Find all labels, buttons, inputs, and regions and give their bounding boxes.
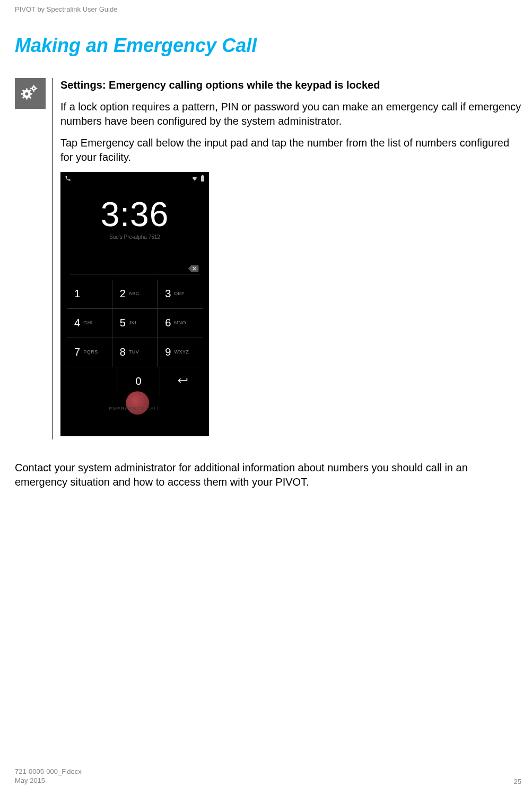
keypad-key-enter[interactable] <box>160 367 203 396</box>
svg-rect-4 <box>21 93 23 95</box>
callout-paragraph-2: Tap Emergency call below the input pad a… <box>60 136 521 165</box>
clock-time: 3:36 <box>60 197 209 231</box>
body-paragraph: Contact your system administrator for ad… <box>15 461 521 489</box>
keypad-key-2[interactable]: 2ABC <box>112 280 158 308</box>
svg-rect-17 <box>202 175 204 176</box>
keypad-key-8[interactable]: 8TUV <box>112 338 158 367</box>
keypad-key-9[interactable]: 9WXYZ <box>158 338 203 367</box>
running-header: PIVOT by Spectralink User Guide <box>15 5 521 13</box>
callout-heading: Settings: Emergency calling options whil… <box>60 78 521 92</box>
footer-filename: 721-0005-000_F.docx <box>15 767 82 776</box>
backspace-icon[interactable] <box>188 262 199 271</box>
callout-paragraph-1: If a lock option requires a pattern, PIN… <box>60 100 521 128</box>
page-number: 25 <box>514 778 521 786</box>
footer-date: May 2015 <box>15 776 82 786</box>
phone-status-bar <box>60 172 209 184</box>
keypad-key-7[interactable]: 7PQRS <box>67 338 112 367</box>
keypad-key-6[interactable]: 6MNO <box>158 309 203 338</box>
phone-screenshot: 3:36 Sue's Pre-alpha 7512 1 2ABC 3DEF <box>60 172 209 436</box>
keypad-key-5[interactable]: 5JKL <box>112 309 158 338</box>
keypad-key-3[interactable]: 3DEF <box>158 280 203 308</box>
page: PIVOT by Spectralink User Guide Making a… <box>0 0 532 794</box>
enter-icon <box>175 374 188 389</box>
battery-icon <box>200 172 205 185</box>
svg-point-11 <box>33 88 34 89</box>
svg-rect-2 <box>26 89 28 91</box>
gear-icon <box>15 78 46 109</box>
keypad-key-4[interactable]: 4GHI <box>67 309 112 338</box>
wifi-icon <box>191 172 198 185</box>
page-footer: 721-0005-000_F.docx May 2015 25 <box>15 767 521 786</box>
page-title: Making an Emergency Call <box>15 34 521 57</box>
svg-rect-15 <box>36 88 37 89</box>
callout-icon-cell <box>15 78 52 439</box>
pin-input-field[interactable] <box>70 253 199 274</box>
footer-left: 721-0005-000_F.docx May 2015 <box>15 767 82 786</box>
emergency-call-label: EMERGENCY CALL <box>109 405 161 412</box>
lock-screen-clock: 3:36 Sue's Pre-alpha 7512 <box>60 184 209 241</box>
pin-keypad: 1 2ABC 3DEF 4GHI 5JKL 6MNO 7PQRS 8TUV 9W… <box>67 280 203 396</box>
svg-rect-12 <box>33 85 34 87</box>
settings-callout: Settings: Emergency calling options whil… <box>15 78 521 439</box>
svg-rect-14 <box>30 88 32 89</box>
device-label: Sue's Pre-alpha 7512 <box>60 234 209 241</box>
keypad-key-blank <box>67 367 117 396</box>
keypad-key-1[interactable]: 1 <box>67 280 112 308</box>
svg-rect-13 <box>33 90 34 92</box>
svg-point-1 <box>25 92 28 96</box>
emergency-call-button[interactable]: EMERGENCY CALL <box>60 396 209 422</box>
svg-rect-5 <box>30 93 32 95</box>
svg-rect-3 <box>26 98 28 100</box>
svg-rect-16 <box>201 176 204 182</box>
phone-handset-icon <box>65 172 71 185</box>
callout-divider <box>52 78 53 439</box>
callout-body: Settings: Emergency calling options whil… <box>60 78 521 439</box>
